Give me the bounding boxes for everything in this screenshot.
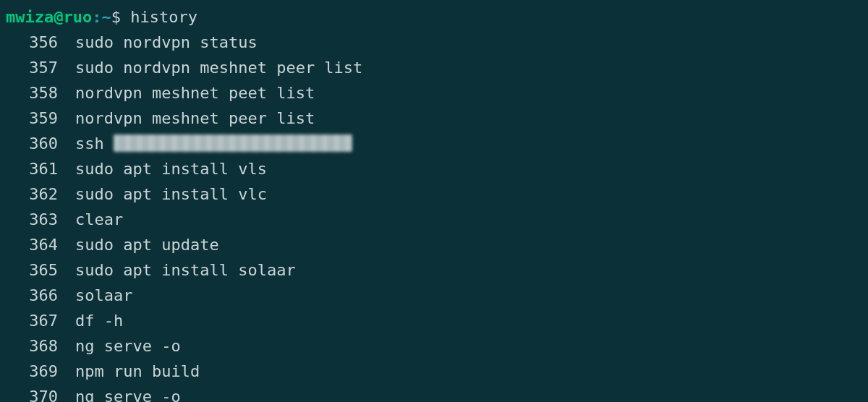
history-command: ssh — [75, 134, 114, 153]
history-number: 359 — [6, 106, 58, 131]
history-number: 356 — [6, 30, 58, 55]
history-line: 356sudo nordvpn status — [6, 30, 868, 55]
history-line: 360ssh — [6, 131, 868, 156]
prompt-cwd: ~ — [101, 8, 111, 26]
history-number: 365 — [6, 257, 58, 283]
history-line: 359nordvpn meshnet peer list — [6, 106, 868, 131]
history-number: 360 — [6, 131, 58, 156]
history-command: nordvpn meshnet peer list — [75, 109, 315, 127]
history-line: 367df -h — [6, 308, 868, 333]
history-number: 362 — [6, 181, 58, 207]
history-number: 370 — [6, 384, 58, 402]
history-command: ng serve -o — [75, 337, 181, 355]
history-command: sudo apt update — [75, 236, 219, 254]
history-command: nordvpn meshnet peet list — [75, 84, 315, 102]
history-command: sudo nordvpn meshnet peer list — [75, 59, 362, 77]
history-number: 358 — [6, 80, 58, 106]
history-command: npm run build — [75, 362, 200, 380]
history-command: sudo apt install vls — [75, 160, 267, 178]
history-line: 362sudo apt install vlc — [6, 181, 868, 207]
history-number: 369 — [6, 359, 58, 384]
prompt-user-host: mwiza@ruo — [6, 8, 92, 26]
history-line: 368ng serve -o — [6, 333, 868, 359]
history-command: sudo nordvpn status — [75, 33, 258, 51]
typed-command: history — [130, 8, 197, 26]
redacted-block — [114, 134, 352, 152]
history-command: sudo apt install vlc — [75, 185, 267, 203]
history-number: 357 — [6, 55, 58, 80]
history-line: 361sudo apt install vls — [6, 156, 868, 181]
history-command: df -h — [75, 312, 123, 330]
prompt-symbol: $ — [111, 8, 121, 26]
history-line: 366solaar — [6, 283, 868, 308]
history-command: sudo apt install solaar — [75, 261, 296, 279]
history-output: 356sudo nordvpn status357sudo nordvpn me… — [6, 30, 868, 402]
history-line: 358nordvpn meshnet peet list — [6, 80, 868, 106]
history-number: 368 — [6, 333, 58, 359]
history-line: 363clear — [6, 207, 868, 232]
shell-prompt-line[interactable]: mwiza@ruo:~$ history — [6, 4, 868, 30]
history-number: 364 — [6, 232, 58, 257]
history-number: 363 — [6, 207, 58, 232]
history-number: 361 — [6, 156, 58, 181]
history-number: 366 — [6, 283, 58, 308]
history-line: 369npm run build — [6, 359, 868, 384]
history-number: 367 — [6, 308, 58, 333]
prompt-colon: : — [92, 8, 101, 26]
history-command: solaar — [75, 286, 132, 304]
history-line: 364sudo apt update — [6, 232, 868, 257]
history-line: 357sudo nordvpn meshnet peer list — [6, 55, 868, 80]
history-line: 365sudo apt install solaar — [6, 257, 868, 283]
history-line: 370ng serve -o — [6, 384, 868, 402]
history-command: ng serve -o — [75, 388, 181, 402]
history-command: clear — [75, 210, 123, 228]
